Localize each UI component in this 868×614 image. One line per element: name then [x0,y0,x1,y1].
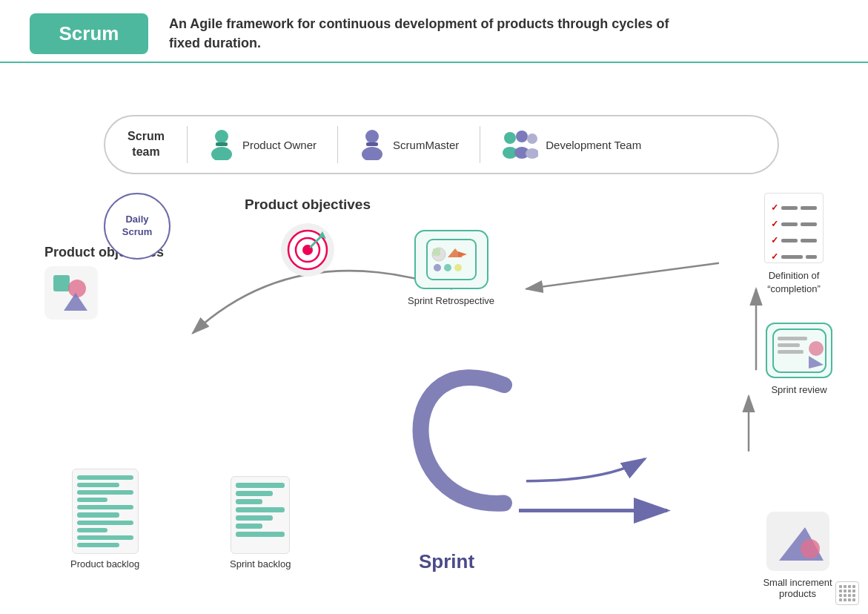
doc-line [236,483,285,488]
sprint-backlog-section: Sprint backlog [230,476,291,570]
dev-team-icon [501,129,538,160]
grid-dot [852,594,855,597]
svg-point-37 [454,264,462,271]
sprint-review-box [766,323,832,378]
scrum-team-box: Scrumteam Product Owner ScrumMaster [104,115,779,174]
team-member-product-owner: Product Owner [188,129,337,160]
sprint-backlog-label: Sprint backlog [230,558,291,570]
product-backlog-doc [72,469,139,554]
svg-line-16 [526,263,719,289]
scrummaster-label: ScrumMaster [393,139,459,151]
team-member-dev-team: Development Team [480,129,662,160]
doc-line [236,524,262,529]
svg-point-10 [527,133,537,144]
product-objectives-left-icon [44,266,98,320]
svg-point-21 [68,280,86,297]
doc-line [77,475,133,480]
definition-doc: ✓ ✓ ✓ ✓ [764,193,824,263]
doc-line [77,521,133,525]
dev-team-label: Development Team [546,139,641,151]
scrum-badge: Scrum [30,13,148,54]
header-description: An Agile framework for continuous develo… [169,15,673,52]
doc-line [236,491,273,496]
product-owner-icon [208,129,235,160]
svg-rect-39 [778,337,807,340]
svg-rect-2 [216,142,228,146]
svg-rect-20 [53,275,70,291]
increment-box [766,512,829,571]
grid-dot [852,590,855,592]
product-objectives-center-label: Product objectives [245,197,371,213]
sprint-review-section: Sprint review [766,323,832,395]
main-diagram: Product objectives Product backlog [0,193,868,614]
grid-dot [844,598,847,601]
doc-line [77,483,119,487]
grid-dot [839,590,842,592]
product-objectives-center-section: Product objectives [245,197,371,283]
grid-icon [835,581,859,605]
grid-dot [848,598,851,601]
sprint-backlog-doc [231,476,290,554]
small-increment-label: Small increment products [753,577,842,599]
svg-point-36 [444,264,451,271]
product-backlog-section: Product backlog [70,469,139,570]
doc-line [77,512,119,517]
retro-icon-svg [425,238,477,281]
svg-point-46 [801,539,820,558]
sprint-label: Sprint [419,550,474,573]
doc-line [77,543,119,547]
doc-line [77,535,133,540]
svg-rect-41 [778,350,804,354]
sprint-retrospective-section: Sprint Retrospective [408,230,494,306]
grid-dot [844,585,847,588]
svg-rect-40 [778,343,800,347]
definition-completion-section: ✓ ✓ ✓ ✓ Definition of“completion” [764,193,824,296]
grid-dot [848,594,851,597]
doc-line [236,499,262,504]
doc-line [77,490,133,495]
daily-scrum-label: DailyScrum [122,214,152,239]
svg-point-6 [504,132,516,144]
grid-dot [839,585,842,588]
svg-point-4 [362,147,382,160]
target-icon-svg [278,220,337,280]
grid-dot [839,594,842,597]
doc-line [236,507,285,512]
definition-label: Definition of“completion” [764,269,824,296]
team-member-scrummaster: ScrumMaster [338,129,480,160]
doc-line [236,532,285,537]
doc-line [77,498,108,502]
doc-line [236,515,273,521]
svg-point-1 [211,147,232,160]
svg-point-43 [809,341,824,356]
grid-dot [839,598,842,601]
grid-dot [852,585,855,588]
sprint-review-label: Sprint review [766,384,832,395]
svg-rect-31 [433,248,440,256]
scrum-team-label: Scrumteam [105,129,187,160]
obj-icon-svg [50,272,92,314]
grid-dot [852,598,855,601]
small-increment-section: Small increment products [753,512,842,599]
daily-scrum-bubble: DailyScrum [104,193,170,260]
svg-rect-5 [366,142,378,146]
header: Scrum An Agile framework for continuous … [0,0,868,63]
grid-dot [848,585,851,588]
svg-marker-22 [64,293,87,311]
doc-line [77,528,108,532]
sprint-retro-box [414,230,488,289]
review-icon-svg [772,328,827,374]
svg-point-35 [434,264,441,271]
grid-dot [844,590,847,592]
increment-icon-svg [772,516,824,567]
sprint-retro-label: Sprint Retrospective [408,295,494,306]
doc-line [77,505,133,509]
product-owner-label: Product Owner [242,139,317,151]
svg-point-3 [365,130,379,143]
scrummaster-icon [359,129,385,160]
svg-point-0 [215,130,228,143]
grid-dot [844,594,847,597]
svg-point-8 [516,131,528,142]
grid-dot [848,590,851,592]
product-backlog-label: Product backlog [70,558,139,570]
